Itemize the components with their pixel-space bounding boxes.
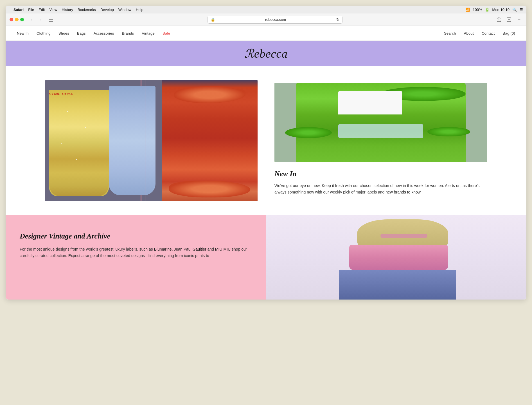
- nav-item-shoes[interactable]: Shoes: [58, 31, 69, 35]
- svg-rect-0: [49, 18, 53, 18]
- lock-icon: 🔒: [211, 17, 215, 22]
- new-in-description: We've got our eye on new. Keep it fresh …: [274, 183, 487, 195]
- miu-miu-link[interactable]: MIU MIU: [215, 247, 231, 251]
- bottom-section: Designer Vintage and Archive For the mos…: [6, 215, 526, 300]
- share-button[interactable]: [495, 16, 503, 24]
- nav-item-new-in[interactable]: New In: [17, 31, 29, 35]
- green-coat-image: [274, 83, 487, 162]
- model-glasses: [380, 234, 427, 238]
- site-logo: ℛebecca: [244, 47, 288, 60]
- url-text[interactable]: rebecca.com: [217, 17, 334, 22]
- menu-icon[interactable]: ☰: [520, 8, 523, 12]
- safari-menu[interactable]: Safari: [13, 8, 24, 12]
- orange-dress: [162, 80, 258, 201]
- vintage-panel: Designer Vintage and Archive For the mos…: [6, 215, 266, 300]
- nav-item-sale[interactable]: Sale: [163, 31, 170, 35]
- jean-paul-link[interactable]: Jean Paul Gaultier: [174, 247, 206, 251]
- hero-banner: ℛebecca: [6, 41, 526, 66]
- yellow-dress: [49, 90, 109, 196]
- new-in-title: New In: [274, 170, 487, 178]
- nav-item-bags[interactable]: Bags: [77, 31, 86, 35]
- vintage-image-panel: [266, 215, 526, 300]
- history-menu[interactable]: History: [62, 8, 73, 12]
- time-display: Mon 10:10: [492, 8, 510, 12]
- nav-item-vintage[interactable]: Vintage: [142, 31, 155, 35]
- new-brands-link[interactable]: new brands to know: [386, 190, 420, 194]
- model-jeans: [339, 270, 456, 300]
- view-menu[interactable]: View: [49, 8, 57, 12]
- nav-item-bag[interactable]: Bag (0): [503, 31, 515, 35]
- develop-menu[interactable]: Develop: [100, 8, 114, 12]
- sidebar-toggle-button[interactable]: [47, 16, 55, 24]
- model-top: [349, 245, 448, 270]
- vintage-text-3: and: [206, 247, 215, 251]
- add-tab-button[interactable]: +: [516, 16, 522, 23]
- file-menu[interactable]: File: [28, 8, 34, 12]
- svg-rect-1: [49, 19, 53, 20]
- nav-item-contact[interactable]: Contact: [482, 31, 495, 35]
- blumarine-link[interactable]: Blumarine: [154, 247, 172, 251]
- bookmarks-menu[interactable]: Bookmarks: [78, 8, 96, 12]
- minimize-button[interactable]: [15, 18, 19, 21]
- blue-dress: [109, 86, 155, 195]
- svg-rect-2: [49, 21, 53, 22]
- search-icon[interactable]: 🔍: [512, 8, 517, 12]
- url-bar[interactable]: 🔒 rebecca.com ↻: [208, 16, 342, 24]
- help-menu[interactable]: Help: [136, 8, 143, 12]
- new-tab-button[interactable]: [505, 16, 513, 24]
- new-in-text-2: .: [420, 190, 421, 194]
- site-navigation: New In Clothing Shoes Bags Accessories B…: [6, 26, 526, 41]
- fashion-collage: STINE GOYA: [45, 80, 258, 201]
- close-button[interactable]: [10, 18, 13, 21]
- nav-item-accessories[interactable]: Accessories: [94, 31, 114, 35]
- traffic-lights: [10, 18, 24, 21]
- wifi-icon: 📶: [465, 8, 470, 12]
- new-in-text-1: We've got our eye on new. Keep it fresh …: [274, 183, 480, 194]
- forward-button[interactable]: ›: [36, 16, 44, 24]
- nav-item-clothing[interactable]: Clothing: [37, 31, 51, 35]
- vintage-description: For the most unique designs from the wor…: [20, 246, 252, 259]
- edit-menu[interactable]: Edit: [39, 8, 45, 12]
- battery-percentage: 100%: [473, 8, 482, 12]
- brand-label: STINE GOYA: [49, 92, 73, 96]
- reload-icon[interactable]: ↻: [336, 17, 339, 22]
- maximize-button[interactable]: [20, 18, 24, 21]
- back-button[interactable]: ‹: [28, 16, 36, 24]
- window-menu[interactable]: Window: [118, 8, 131, 12]
- vintage-text-2: ,: [172, 247, 174, 251]
- new-in-section: New In We've got our eye on new. Keep it…: [274, 80, 487, 195]
- vintage-title: Designer Vintage and Archive: [20, 232, 252, 240]
- main-content-area: STINE GOYA: [6, 66, 526, 215]
- nav-item-brands[interactable]: Brands: [122, 31, 134, 35]
- nav-item-search[interactable]: Search: [444, 31, 456, 35]
- vintage-text-1: For the most unique designs from the wor…: [20, 247, 154, 251]
- nav-item-about[interactable]: About: [464, 31, 474, 35]
- battery-icon: 🔋: [485, 8, 490, 12]
